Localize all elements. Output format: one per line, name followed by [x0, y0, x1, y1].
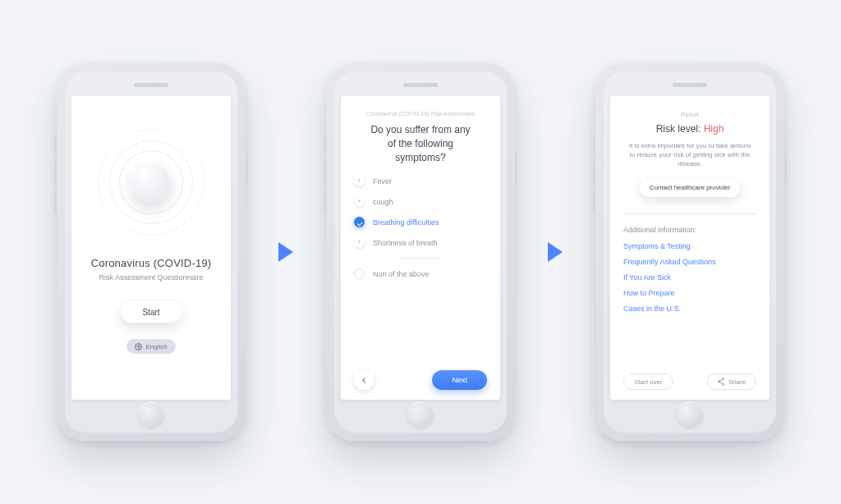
option-label: Non of the above: [373, 270, 430, 278]
phone-side-button: [324, 190, 326, 213]
phone-home-button[interactable]: [407, 401, 434, 428]
flow-arrow-icon: [278, 242, 293, 262]
intro-screen: Coronavirus (COVID-19) Risk Assessment Q…: [71, 96, 231, 400]
language-label: English: [145, 343, 167, 351]
symptom-option-breathing-difficulties[interactable]: Breathing difficulties: [354, 217, 487, 227]
next-button[interactable]: Next: [432, 370, 487, 390]
contact-provider-button[interactable]: Contact healthcare provider: [640, 179, 740, 197]
start-button-label: Start: [142, 308, 159, 317]
question-title: Do you suffer from any of the following …: [365, 123, 476, 164]
symptom-option-fever[interactable]: Fever: [354, 176, 487, 186]
phone-speaker: [134, 83, 168, 87]
intro-subtitle: Risk Assessment Questionnaire: [99, 273, 203, 282]
option-label: Shortness of breath: [373, 239, 438, 247]
divider: [623, 213, 756, 214]
phone-side-button: [324, 162, 326, 185]
plus-icon: [354, 176, 365, 186]
additional-info-heading: Additional information:: [623, 226, 756, 234]
phone-side-button: [246, 153, 248, 183]
phone-speaker: [403, 83, 438, 87]
symptom-option-none[interactable]: Non of the above: [354, 268, 487, 279]
option-label: Fever: [373, 177, 392, 186]
breadcrumb: Result: [623, 111, 756, 118]
share-label: Share: [728, 378, 746, 386]
risk-description: It is extra important for you to take ac…: [627, 141, 753, 169]
info-link-cases-us[interactable]: Cases in the U.S.: [623, 305, 756, 313]
intro-title: Coronavirus (COVID-19): [91, 257, 212, 269]
app-showcase-stage: Coronavirus (COVID-19) Risk Assessment Q…: [0, 0, 841, 504]
result-screen: Result Risk level: High It is extra impo…: [610, 96, 770, 400]
result-footer: Start over Share: [623, 373, 756, 390]
phone-side-button: [593, 137, 595, 153]
phone-home-button[interactable]: [677, 401, 703, 428]
phone-side-button: [54, 190, 57, 213]
divider: [400, 258, 441, 259]
phone-side-button: [54, 137, 57, 153]
info-link-how-to-prepare[interactable]: How to Prepare: [623, 289, 756, 297]
info-link-list: Symptoms & Testing Frequently Asked Ques…: [623, 242, 756, 313]
language-selector[interactable]: English: [126, 339, 175, 354]
option-label: cough: [373, 198, 393, 206]
info-link-symptoms-testing[interactable]: Symptoms & Testing: [623, 242, 756, 250]
check-icon: [354, 217, 365, 227]
phone-side-button: [54, 162, 57, 185]
share-icon: [718, 378, 724, 385]
phone-speaker: [673, 83, 707, 87]
option-label: Breathing difficulties: [373, 218, 439, 227]
risk-level-value: High: [704, 123, 724, 135]
risk-level-prefix: Risk level:: [656, 123, 704, 135]
question-screen: Coronavirus (COVID-19) Risk Assessment D…: [341, 96, 500, 400]
phone-home-button[interactable]: [138, 401, 164, 428]
next-button-label: Next: [452, 376, 467, 384]
phone-mockup-intro: Coronavirus (COVID-19) Risk Assessment Q…: [57, 63, 246, 441]
symptom-option-list: Fever cough Breathing difficulties Short…: [354, 176, 487, 248]
radio-empty-icon: [354, 268, 365, 279]
plus-icon: [354, 237, 365, 248]
phone-side-button: [324, 137, 326, 153]
question-footer: Next: [354, 370, 487, 390]
phone-mockup-result: Result Risk level: High It is extra impo…: [595, 63, 784, 441]
info-link-faq[interactable]: Frequently Asked Questions: [623, 258, 756, 266]
symptom-option-shortness-of-breath[interactable]: Shortness of breath: [354, 237, 487, 248]
share-button[interactable]: Share: [707, 373, 756, 390]
risk-level-heading: Risk level: High: [623, 123, 756, 135]
contact-provider-label: Contact healthcare provider: [650, 184, 730, 191]
chevron-left-icon: [361, 377, 367, 383]
plus-icon: [354, 196, 365, 207]
info-link-if-sick[interactable]: If You Are Sick: [623, 273, 756, 282]
phone-side-button: [515, 153, 517, 183]
phone-side-button: [593, 190, 595, 213]
back-button[interactable]: [354, 370, 374, 390]
breadcrumb: Coronavirus (COVID-19) Risk Assessment: [354, 111, 487, 117]
start-over-button[interactable]: Start over: [623, 373, 673, 390]
globe-icon: [135, 343, 142, 351]
symptom-option-cough[interactable]: cough: [354, 196, 487, 207]
start-button[interactable]: Start: [121, 301, 182, 323]
phone-mockup-question: Coronavirus (COVID-19) Risk Assessment D…: [326, 63, 515, 441]
flow-arrow-icon: [548, 242, 563, 262]
phone-side-button: [784, 153, 787, 183]
start-over-label: Start over: [634, 378, 663, 386]
intro-orb-graphic: [98, 129, 205, 236]
phone-side-button: [593, 162, 595, 185]
